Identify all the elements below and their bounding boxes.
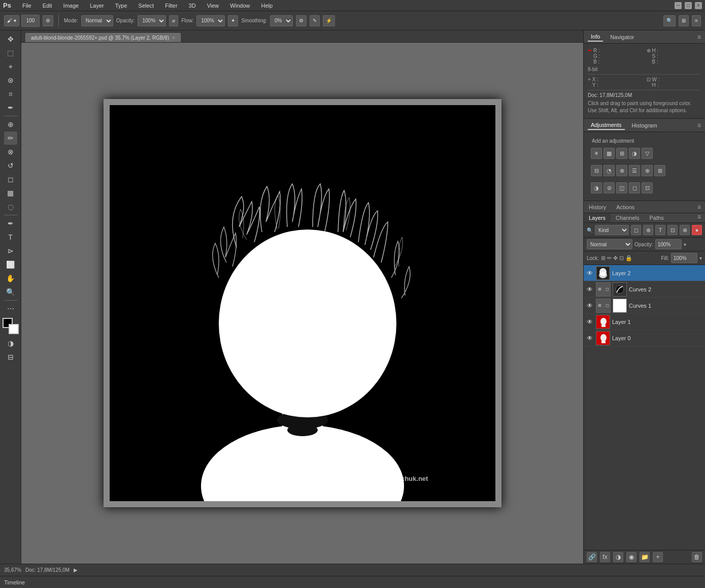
layer-fx-btn[interactable]: fx <box>600 552 610 562</box>
extra-btn-2[interactable]: ⚡ <box>323 15 335 26</box>
layer-item-layer1[interactable]: 👁 Layer 1 <box>584 314 705 330</box>
timeline-label[interactable]: Timeline <box>4 579 25 585</box>
new-group-btn[interactable]: 📁 <box>640 552 650 562</box>
info-panel-menu-btn[interactable]: ≡ <box>697 34 701 41</box>
menu-3d[interactable]: 3D <box>187 2 198 10</box>
menu-help[interactable]: Help <box>259 2 275 10</box>
curves-adj-btn[interactable]: ⊞ <box>616 148 627 159</box>
exposure-adj-btn[interactable]: ◑ <box>629 148 640 159</box>
add-mask-btn[interactable]: ◑ <box>613 552 623 562</box>
canvas-wrapper[interactable]: www.yakymchuk.net <box>21 43 583 564</box>
menu-select[interactable]: Select <box>137 2 156 10</box>
layer-link-btn[interactable]: 🔗 <box>587 552 597 562</box>
lock-move-btn[interactable]: ✥ <box>613 255 618 262</box>
brush-tool[interactable]: ✏ <box>4 132 17 145</box>
selectivecolor-adj-btn[interactable]: ⊡ <box>642 182 653 193</box>
layer-item-curves1[interactable]: 👁 ⊞ ◻ Curves 1 <box>584 298 705 314</box>
curves1-visibility-toggle[interactable]: 👁 <box>586 302 594 310</box>
channels-tab[interactable]: Channels <box>611 213 644 222</box>
new-layer-btn[interactable]: + <box>653 552 663 562</box>
menu-layer[interactable]: Layer <box>88 2 106 10</box>
colorlookup-adj-btn[interactable]: ⊞ <box>654 165 665 176</box>
lock-all-btn[interactable]: 🔒 <box>625 255 632 262</box>
maximize-button[interactable]: □ <box>685 2 692 9</box>
gradient-map-adj-btn[interactable]: ◻ <box>629 182 640 193</box>
menu-filter[interactable]: Filter <box>163 2 179 10</box>
layer2-visibility-toggle[interactable]: 👁 <box>586 269 594 277</box>
background-color[interactable] <box>9 324 19 334</box>
close-button[interactable]: × <box>695 2 702 9</box>
lock-artboard-btn[interactable]: ⊡ <box>619 255 624 262</box>
colorbalance-adj-btn[interactable]: ◔ <box>603 165 615 176</box>
layers-menu-btn[interactable]: ≡ <box>697 213 705 222</box>
foreground-background-colors[interactable] <box>3 318 19 334</box>
extra-btn-1[interactable]: ✎ <box>310 15 320 26</box>
delete-layer-btn[interactable]: 🗑 <box>692 552 702 562</box>
layer-filter-shape-btn[interactable]: ⊡ <box>667 225 678 235</box>
layer0-visibility-toggle[interactable]: 👁 <box>586 334 594 342</box>
status-arrow[interactable]: ▶ <box>74 567 78 573</box>
mode-select[interactable]: Normal <box>81 15 113 26</box>
menu-view[interactable]: View <box>205 2 221 10</box>
quick-select-tool[interactable]: ⊛ <box>4 74 17 87</box>
workspace-btn[interactable]: ≡ <box>692 15 701 26</box>
layers-tab[interactable]: Layers <box>584 213 611 222</box>
search-btn[interactable]: 🔍 <box>663 15 676 26</box>
adjustments-tab[interactable]: Adjustments <box>588 121 625 130</box>
navigator-tab[interactable]: Navigator <box>607 33 637 41</box>
arrange-btn[interactable]: ⊞ <box>679 15 689 26</box>
eraser-tool[interactable]: ◻ <box>4 173 17 186</box>
history-tab[interactable]: History <box>584 203 611 212</box>
menu-type[interactable]: Type <box>113 2 129 10</box>
history-brush-tool[interactable]: ↺ <box>4 159 17 172</box>
document-tab[interactable]: adult-blond-blonde-2055592+.psd @ 35,7% … <box>25 33 181 42</box>
lock-transparent-btn[interactable]: ⊞ <box>601 255 606 262</box>
hsl-adj-btn[interactable]: ⊟ <box>591 165 602 176</box>
rectangular-marquee-tool[interactable]: ⬚ <box>4 46 17 59</box>
layer-filter-active-btn[interactable]: ● <box>692 225 702 235</box>
move-tool[interactable]: ✥ <box>4 32 17 46</box>
dots-tool[interactable]: ⋯ <box>4 302 17 315</box>
lock-paint-btn[interactable]: ✏ <box>607 255 612 262</box>
clone-stamp-tool[interactable]: ⊗ <box>4 145 17 158</box>
brush-settings-btn[interactable]: ⚙ <box>43 15 53 26</box>
menu-window[interactable]: Window <box>228 2 252 10</box>
quick-mask-btn[interactable]: ◑ <box>4 337 17 350</box>
kind-select[interactable]: Kind <box>595 225 629 235</box>
path-selection-tool[interactable]: ⊳ <box>4 244 17 257</box>
crop-tool[interactable]: ⌗ <box>4 87 17 101</box>
new-fill-adj-btn[interactable]: ◉ <box>626 552 636 562</box>
screen-mode-btn[interactable]: ⊟ <box>4 350 17 364</box>
photofilter-adj-btn[interactable]: ☰ <box>629 165 640 176</box>
vibrance-adj-btn[interactable]: ▽ <box>642 148 653 159</box>
menu-edit[interactable]: Edit <box>41 2 54 10</box>
history-menu-btn[interactable]: ≡ <box>697 204 705 211</box>
gradient-tool[interactable]: ▦ <box>4 186 17 200</box>
layer-item-layer2[interactable]: 👁 Layer 2 <box>584 265 705 281</box>
lasso-tool[interactable]: ⌖ <box>4 60 17 73</box>
layer-filter-adj-btn[interactable]: ⊕ <box>643 225 653 235</box>
posterize-adj-btn[interactable]: ⊘ <box>603 182 615 193</box>
text-tool[interactable]: T <box>4 231 17 244</box>
smoothing-select[interactable]: 0% <box>270 15 293 26</box>
eyedropper-tool[interactable]: ✒ <box>4 101 17 114</box>
histogram-tab[interactable]: Histogram <box>629 121 660 129</box>
paths-tab[interactable]: Paths <box>645 213 669 222</box>
adjustments-menu-btn[interactable]: ≡ <box>697 122 701 129</box>
smoothing-settings-btn[interactable]: ⚙ <box>296 15 307 26</box>
pen-tool[interactable]: ✒ <box>4 217 17 230</box>
layer1-visibility-toggle[interactable]: 👁 <box>586 318 594 326</box>
canvas-image[interactable]: www.yakymchuk.net <box>110 105 495 501</box>
zoom-tool[interactable]: 🔍 <box>4 285 17 299</box>
brush-preset-picker[interactable]: 🖌 ▾ <box>4 15 19 26</box>
channelmixer-adj-btn[interactable]: ⊕ <box>642 165 653 176</box>
layer-item-layer0[interactable]: 👁 Layer 0 <box>584 330 705 346</box>
fill-input[interactable] <box>671 253 697 263</box>
brightness-adj-btn[interactable]: ☀ <box>591 148 602 159</box>
levels-adj-btn[interactable]: ▦ <box>603 148 615 159</box>
tab-close-btn[interactable]: × <box>172 35 175 41</box>
opacity-input[interactable] <box>655 239 682 249</box>
minimize-button[interactable]: ─ <box>675 2 682 9</box>
threshold-adj-btn[interactable]: ◫ <box>616 182 627 193</box>
flow-btn[interactable]: ✦ <box>228 15 238 26</box>
